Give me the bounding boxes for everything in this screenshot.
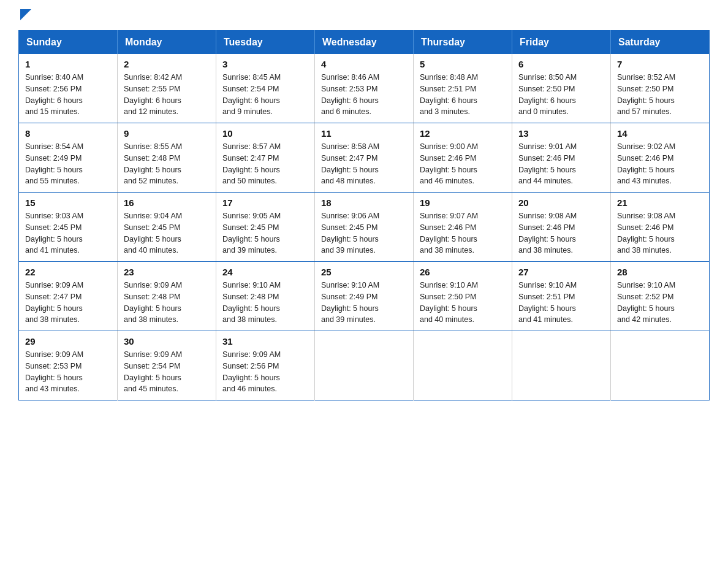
day-number: 11 xyxy=(321,128,407,139)
day-number: 2 xyxy=(124,59,210,69)
calendar-day-cell: 9 Sunrise: 8:55 AMSunset: 2:48 PMDayligh… xyxy=(118,123,216,193)
day-number: 9 xyxy=(124,128,210,139)
day-info: Sunrise: 8:54 AMSunset: 2:49 PMDaylight:… xyxy=(25,142,83,185)
calendar-week-row: 8 Sunrise: 8:54 AMSunset: 2:49 PMDayligh… xyxy=(19,123,710,193)
calendar-week-row: 22 Sunrise: 9:09 AMSunset: 2:47 PMDaylig… xyxy=(19,262,710,331)
day-info: Sunrise: 9:05 AMSunset: 2:45 PMDaylight:… xyxy=(222,212,281,255)
calendar-week-row: 15 Sunrise: 9:03 AMSunset: 2:45 PMDaylig… xyxy=(19,193,710,262)
day-info: Sunrise: 8:55 AMSunset: 2:48 PMDaylight:… xyxy=(124,142,182,185)
logo-arrow-icon xyxy=(20,9,31,20)
calendar-header-monday: Monday xyxy=(118,31,216,55)
calendar-day-cell: 14 Sunrise: 9:02 AMSunset: 2:46 PMDaylig… xyxy=(611,123,710,193)
day-info: Sunrise: 9:09 AMSunset: 2:53 PMDaylight:… xyxy=(25,350,83,393)
calendar-day-cell: 24 Sunrise: 9:10 AMSunset: 2:48 PMDaylig… xyxy=(216,262,315,331)
calendar-day-cell: 22 Sunrise: 9:09 AMSunset: 2:47 PMDaylig… xyxy=(19,262,118,331)
day-info: Sunrise: 8:57 AMSunset: 2:47 PMDaylight:… xyxy=(222,142,281,185)
day-number: 12 xyxy=(420,128,506,139)
calendar-day-cell: 19 Sunrise: 9:07 AMSunset: 2:46 PMDaylig… xyxy=(414,193,512,262)
calendar-header-sunday: Sunday xyxy=(19,31,118,55)
calendar-day-cell: 5 Sunrise: 8:48 AMSunset: 2:51 PMDayligh… xyxy=(414,54,512,123)
calendar-day-cell: 23 Sunrise: 9:09 AMSunset: 2:48 PMDaylig… xyxy=(118,262,216,331)
day-number: 22 xyxy=(25,267,111,277)
day-info: Sunrise: 9:02 AMSunset: 2:46 PMDaylight:… xyxy=(617,142,675,185)
calendar-day-cell: 17 Sunrise: 9:05 AMSunset: 2:45 PMDaylig… xyxy=(216,193,315,262)
calendar-day-cell: 26 Sunrise: 9:10 AMSunset: 2:50 PMDaylig… xyxy=(414,262,512,331)
calendar-day-cell: 3 Sunrise: 8:45 AMSunset: 2:54 PMDayligh… xyxy=(216,54,315,123)
calendar-day-cell: 16 Sunrise: 9:04 AMSunset: 2:45 PMDaylig… xyxy=(118,193,216,262)
calendar-day-cell: 21 Sunrise: 9:08 AMSunset: 2:46 PMDaylig… xyxy=(611,193,710,262)
calendar-day-cell: 25 Sunrise: 9:10 AMSunset: 2:49 PMDaylig… xyxy=(315,262,414,331)
day-number: 23 xyxy=(124,267,210,277)
calendar-day-cell: 11 Sunrise: 8:58 AMSunset: 2:47 PMDaylig… xyxy=(315,123,414,193)
day-number: 27 xyxy=(518,267,604,277)
day-number: 24 xyxy=(222,267,308,277)
day-info: Sunrise: 8:45 AMSunset: 2:54 PMDaylight:… xyxy=(222,73,281,116)
calendar-day-cell: 18 Sunrise: 9:06 AMSunset: 2:45 PMDaylig… xyxy=(315,193,414,262)
calendar-header-thursday: Thursday xyxy=(414,31,512,55)
calendar-day-cell xyxy=(315,331,414,400)
day-number: 13 xyxy=(518,128,604,139)
day-info: Sunrise: 8:48 AMSunset: 2:51 PMDaylight:… xyxy=(420,73,478,116)
calendar-week-row: 29 Sunrise: 9:09 AMSunset: 2:53 PMDaylig… xyxy=(19,331,710,400)
day-info: Sunrise: 9:08 AMSunset: 2:46 PMDaylight:… xyxy=(518,212,577,255)
day-number: 26 xyxy=(420,267,506,277)
day-info: Sunrise: 8:46 AMSunset: 2:53 PMDaylight:… xyxy=(321,73,379,116)
calendar-table: SundayMondayTuesdayWednesdayThursdayFrid… xyxy=(18,30,710,400)
day-number: 4 xyxy=(321,59,407,69)
day-number: 16 xyxy=(124,197,210,208)
day-info: Sunrise: 9:01 AMSunset: 2:46 PMDaylight:… xyxy=(518,142,577,185)
calendar-header-wednesday: Wednesday xyxy=(315,31,414,55)
calendar-day-cell: 31 Sunrise: 9:09 AMSunset: 2:56 PMDaylig… xyxy=(216,331,315,400)
day-number: 17 xyxy=(222,197,308,208)
calendar-day-cell: 30 Sunrise: 9:09 AMSunset: 2:54 PMDaylig… xyxy=(118,331,216,400)
day-info: Sunrise: 8:58 AMSunset: 2:47 PMDaylight:… xyxy=(321,142,379,185)
calendar-header-friday: Friday xyxy=(512,31,611,55)
day-number: 8 xyxy=(25,128,111,139)
day-number: 31 xyxy=(222,336,308,347)
day-number: 21 xyxy=(617,197,703,208)
calendar-header-row: SundayMondayTuesdayWednesdayThursdayFrid… xyxy=(19,31,710,55)
calendar-day-cell: 28 Sunrise: 9:10 AMSunset: 2:52 PMDaylig… xyxy=(611,262,710,331)
calendar-header-tuesday: Tuesday xyxy=(216,31,315,55)
calendar-day-cell: 4 Sunrise: 8:46 AMSunset: 2:53 PMDayligh… xyxy=(315,54,414,123)
page-header xyxy=(18,12,710,18)
day-number: 18 xyxy=(321,197,407,208)
calendar-day-cell: 2 Sunrise: 8:42 AMSunset: 2:55 PMDayligh… xyxy=(118,54,216,123)
calendar-day-cell: 12 Sunrise: 9:00 AMSunset: 2:46 PMDaylig… xyxy=(414,123,512,193)
day-info: Sunrise: 9:03 AMSunset: 2:45 PMDaylight:… xyxy=(25,212,83,255)
calendar-day-cell: 20 Sunrise: 9:08 AMSunset: 2:46 PMDaylig… xyxy=(512,193,611,262)
day-info: Sunrise: 9:07 AMSunset: 2:46 PMDaylight:… xyxy=(420,212,478,255)
day-number: 14 xyxy=(617,128,703,139)
calendar-day-cell: 6 Sunrise: 8:50 AMSunset: 2:50 PMDayligh… xyxy=(512,54,611,123)
calendar-day-cell: 7 Sunrise: 8:52 AMSunset: 2:50 PMDayligh… xyxy=(611,54,710,123)
day-info: Sunrise: 8:50 AMSunset: 2:50 PMDaylight:… xyxy=(518,73,577,116)
day-number: 10 xyxy=(222,128,308,139)
day-number: 19 xyxy=(420,197,506,208)
calendar-day-cell xyxy=(512,331,611,400)
day-number: 28 xyxy=(617,267,703,277)
day-info: Sunrise: 9:10 AMSunset: 2:48 PMDaylight:… xyxy=(222,281,281,324)
calendar-day-cell xyxy=(414,331,512,400)
day-info: Sunrise: 9:10 AMSunset: 2:50 PMDaylight:… xyxy=(420,281,478,324)
calendar-day-cell: 15 Sunrise: 9:03 AMSunset: 2:45 PMDaylig… xyxy=(19,193,118,262)
day-number: 7 xyxy=(617,59,703,69)
day-info: Sunrise: 9:00 AMSunset: 2:46 PMDaylight:… xyxy=(420,142,478,185)
calendar-day-cell: 29 Sunrise: 9:09 AMSunset: 2:53 PMDaylig… xyxy=(19,331,118,400)
calendar-day-cell: 10 Sunrise: 8:57 AMSunset: 2:47 PMDaylig… xyxy=(216,123,315,193)
day-info: Sunrise: 8:42 AMSunset: 2:55 PMDaylight:… xyxy=(124,73,182,116)
day-info: Sunrise: 9:10 AMSunset: 2:49 PMDaylight:… xyxy=(321,281,379,324)
day-info: Sunrise: 9:08 AMSunset: 2:46 PMDaylight:… xyxy=(617,212,675,255)
calendar-day-cell: 1 Sunrise: 8:40 AMSunset: 2:56 PMDayligh… xyxy=(19,54,118,123)
day-number: 1 xyxy=(25,59,111,69)
calendar-day-cell: 8 Sunrise: 8:54 AMSunset: 2:49 PMDayligh… xyxy=(19,123,118,193)
day-info: Sunrise: 9:10 AMSunset: 2:51 PMDaylight:… xyxy=(518,281,577,324)
day-info: Sunrise: 8:52 AMSunset: 2:50 PMDaylight:… xyxy=(617,73,675,116)
day-info: Sunrise: 9:09 AMSunset: 2:56 PMDaylight:… xyxy=(222,350,281,393)
day-number: 25 xyxy=(321,267,407,277)
day-number: 20 xyxy=(518,197,604,208)
day-info: Sunrise: 9:04 AMSunset: 2:45 PMDaylight:… xyxy=(124,212,182,255)
day-number: 5 xyxy=(420,59,506,69)
calendar-day-cell: 27 Sunrise: 9:10 AMSunset: 2:51 PMDaylig… xyxy=(512,262,611,331)
day-number: 3 xyxy=(222,59,308,69)
logo xyxy=(18,12,31,18)
